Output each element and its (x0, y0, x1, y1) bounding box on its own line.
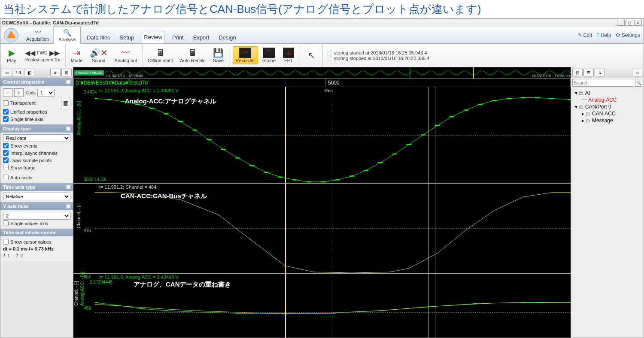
trigger-mode-badge: TRIGGER MODE (74, 70, 104, 75)
expand-icon[interactable]: ▸ (582, 118, 584, 124)
svg-point-33 (506, 98, 511, 99)
settings-link[interactable]: ⚙Settings (616, 32, 640, 38)
app-logo (0, 27, 22, 44)
tree-label: Message (592, 118, 613, 124)
cols-select[interactable]: 1 (37, 89, 55, 97)
offline-math-button[interactable]: 🖩Offline math (145, 47, 176, 64)
show-frame-checkbox[interactable]: Show frame (3, 165, 36, 170)
overview-strip[interactable]: TRIGGER MODE 2013/01/16 - 16:28:05 2013/… (73, 67, 571, 78)
tab-setup[interactable]: Setup (118, 32, 136, 43)
tab-print[interactable]: Print (170, 32, 185, 43)
help-link[interactable]: ?Help (596, 32, 611, 38)
tree-item-message[interactable]: ▸🗀Message (574, 117, 641, 124)
rewind-icon[interactable]: ◀◀ (25, 49, 35, 57)
tab-export[interactable]: Export (191, 32, 211, 43)
transparent-checkbox[interactable]: Transparent (3, 100, 36, 106)
layout-btn-2[interactable]: 7.4 (13, 69, 23, 76)
tree-view-btn-1[interactable]: ⊟ (572, 69, 583, 76)
forward-icon[interactable]: ▶▶ (49, 49, 60, 57)
layout-btn-4[interactable]: ≡ (50, 69, 61, 76)
chart-overlay[interactable]: Channel; - [-] Analog-ACC; - [V] 607 499… (73, 273, 571, 338)
sound-button[interactable]: 🔊✕Sound (87, 47, 110, 64)
expand-icon[interactable]: ▾ (575, 104, 577, 110)
save-icon: 💾 (213, 48, 224, 58)
datafile-path-input[interactable] (73, 78, 326, 87)
cursor2-icon[interactable]: ⤴ (16, 253, 18, 258)
acquisition-tab[interactable]: 〰 Acquisition (22, 27, 54, 43)
tree-view-btn-4[interactable]: ▭ (632, 69, 642, 76)
app-window: DEWESoftX - Datafile: CAN-Dta-master.d7d… (0, 18, 644, 338)
y-ticks-select[interactable]: 2 (3, 212, 70, 220)
display-type-select[interactable]: Real data (3, 134, 70, 142)
expand-icon[interactable]: ▾ (575, 90, 577, 96)
svg-point-31 (477, 104, 483, 105)
tree-item-analog-acc[interactable]: 〰Analog-ACC (574, 97, 641, 103)
auto-recalc-button[interactable]: 🖩Auto Recalc (177, 47, 208, 64)
top-links: ✎Edit ?Help ⚙Settings (578, 27, 644, 43)
analog-out-icon: 〰 (122, 48, 130, 58)
folder-icon: 🗀 (586, 118, 591, 124)
svg-point-20 (320, 181, 326, 183)
fft-button[interactable]: ⊥FFT (280, 47, 297, 64)
analysis-icon: 🔍 (63, 29, 72, 37)
doc-icon: 📄 (326, 50, 332, 55)
tab-review[interactable]: Review (142, 31, 164, 43)
play-button[interactable]: ▶Play (3, 47, 20, 64)
chart-analog-acc[interactable]: Analog-ACC; - [V] 2.4924 5082.14356 t= 1… (73, 87, 571, 183)
auto-scale-checkbox[interactable]: Auto scale (3, 175, 32, 180)
replay-controls[interactable]: ◀◀ FWD ▶▶ Replay speed:1x (22, 48, 63, 63)
scope-button[interactable]: ⌒Scope (260, 47, 278, 64)
tree-view-btn-3[interactable]: ↳ (595, 69, 605, 76)
replay-speed-value: 1x (55, 57, 60, 62)
channel-search-input[interactable] (572, 79, 634, 87)
window-maximize-button[interactable]: □ (626, 20, 633, 26)
tree-item-can-port-0[interactable]: ▾🗀CAN/Port 0 (574, 103, 641, 110)
time-cursor-header: Time and values cursor (0, 229, 73, 236)
edit-link[interactable]: ✎Edit (578, 32, 592, 38)
analog-out-button[interactable]: 〰Analog out (112, 47, 140, 64)
single-values-checkbox[interactable]: Single values axis (3, 220, 48, 226)
tab-design[interactable]: Design (217, 32, 237, 43)
time-axis-select[interactable]: Relative (3, 193, 70, 200)
remove-col-button[interactable]: − (3, 88, 12, 97)
cursor1-icon[interactable]: ⤴ (3, 253, 6, 258)
search-icon[interactable]: 🔍 (635, 79, 642, 87)
color-picker-button[interactable]: ▦ (61, 99, 70, 107)
svg-point-12 (206, 139, 212, 140)
layout-btn-5[interactable]: ⊞ (61, 69, 72, 76)
single-time-checkbox[interactable]: Single time axis (3, 116, 43, 122)
window-title: DEWESoftX - Datafile: CAN-Dta-master.d7d (2, 20, 616, 25)
svg-point-14 (235, 157, 240, 159)
scope-icon: ⌒ (263, 48, 275, 58)
window-close-button[interactable]: × (634, 20, 642, 26)
save-button[interactable]: 💾Save (210, 47, 227, 64)
folder-icon: 🗀 (579, 90, 584, 96)
interp-checkbox[interactable]: Interp. async channels (3, 150, 58, 156)
window-minimize-button[interactable]: _ (617, 20, 625, 26)
chart3-cursor[interactable] (285, 274, 286, 338)
tree-item-ai[interactable]: ▾🗀AI (574, 90, 641, 97)
mode-icon: ⇥ (73, 48, 80, 58)
unified-checkbox[interactable]: Unified properties (3, 109, 47, 115)
expand-icon[interactable]: ▸ (582, 111, 584, 117)
tree-view-btn-2[interactable]: ≣ (583, 69, 594, 76)
svg-point-7 (135, 104, 140, 105)
value-input[interactable] (326, 78, 571, 87)
tab-data-files[interactable]: Data files (85, 32, 112, 43)
add-col-button[interactable]: + (14, 88, 24, 97)
chart2-ymid: 476 (84, 228, 91, 233)
analysis-tab[interactable]: 🔍 Analysis (54, 27, 81, 44)
draw-points-checkbox[interactable]: Draw sample points (3, 157, 52, 163)
layout-btn-3[interactable]: ◧ (24, 69, 34, 76)
cursor-tool-button[interactable]: ↖ (303, 49, 320, 61)
show-cursor-checkbox[interactable]: Show cursor values (3, 239, 52, 244)
tree-label: AI (585, 90, 590, 96)
recorder-button[interactable]: 〰Recorder (233, 46, 258, 64)
chart1-cursor[interactable] (285, 87, 286, 183)
mode-button[interactable]: ⇥Mode (68, 47, 85, 64)
tree-item-can-acc[interactable]: ▸🗀CAN-ACC (574, 110, 641, 117)
layout-btn-1[interactable]: ▭ (2, 69, 12, 76)
chart2-cursor[interactable] (285, 184, 286, 273)
chart-can-acc[interactable]: Channel; - [-] 476 t= 11.991.2; Channel … (73, 183, 571, 273)
show-events-checkbox[interactable]: Show events (3, 143, 37, 148)
